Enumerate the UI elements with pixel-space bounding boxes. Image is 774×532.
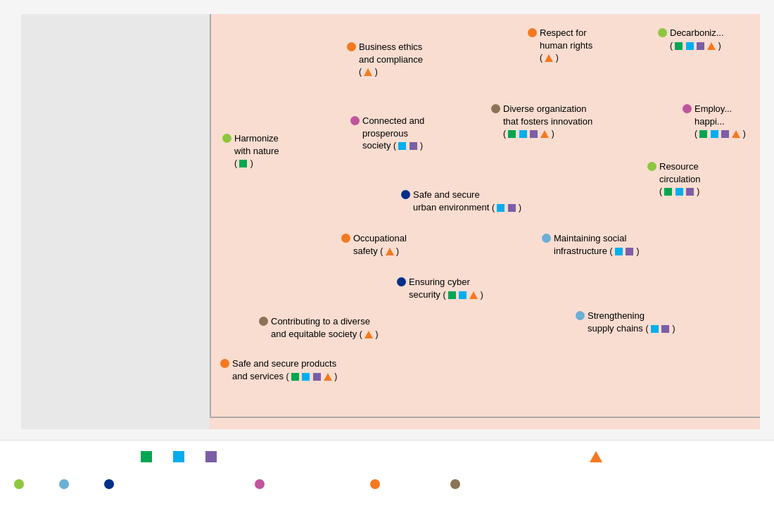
legend-row-dots <box>14 479 460 489</box>
x-axis <box>210 417 760 418</box>
label-ensuring-cyber: Ensuring cybersecurity ( ) <box>397 276 483 300</box>
label-employee-happiness: Employ...happi... ( ) <box>683 103 746 140</box>
legend-dot-5 <box>370 479 380 489</box>
legend-dot-2 <box>59 479 69 489</box>
label-occupational-safety: Occupationalsafety ( ) <box>341 232 407 257</box>
legend-gov-square <box>205 451 217 462</box>
chart-area: Business ethicsand compliance ( ) Respec… <box>21 14 760 429</box>
y-axis <box>210 14 211 417</box>
legend-priority-triangle <box>590 451 602 462</box>
label-diverse-organization: Diverse organizationthat fosters innovat… <box>491 103 592 140</box>
left-gray-area <box>21 14 210 429</box>
legend-env-square <box>141 451 152 462</box>
legend-area <box>0 440 774 532</box>
label-respect-human-rights: Respect forhuman rights ( ) <box>528 27 592 64</box>
label-strengthening-supply: Strengtheningsupply chains ( ) <box>576 310 675 334</box>
label-resource-circulation: Resourcecirculation ( ) <box>647 160 701 198</box>
legend-dot-6 <box>450 479 460 489</box>
label-safe-secure-urban: Safe and secureurban environment ( ) <box>401 189 521 213</box>
label-contributing-diverse: Contributing to a diverseand equitable s… <box>259 315 378 340</box>
legend-social-square <box>173 451 184 462</box>
legend-dot-1 <box>14 479 24 489</box>
label-decarbonization: Decarboniz... ( ) <box>658 27 724 51</box>
label-connected-society: Connected andprosperoussociety ( ) <box>350 115 424 152</box>
label-business-ethics: Business ethicsand compliance ( ) <box>347 41 423 78</box>
legend-row-squares <box>141 451 602 462</box>
legend-dot-3 <box>104 479 114 489</box>
label-maintaining-social: Maintaining socialinfrastructure ( ) <box>542 232 640 257</box>
label-harmonize-nature: Harmonizewith nature ( ) <box>222 132 279 170</box>
legend-dot-4 <box>255 479 265 489</box>
label-safe-secure-products: Safe and secure productsand services ( ) <box>220 357 337 382</box>
